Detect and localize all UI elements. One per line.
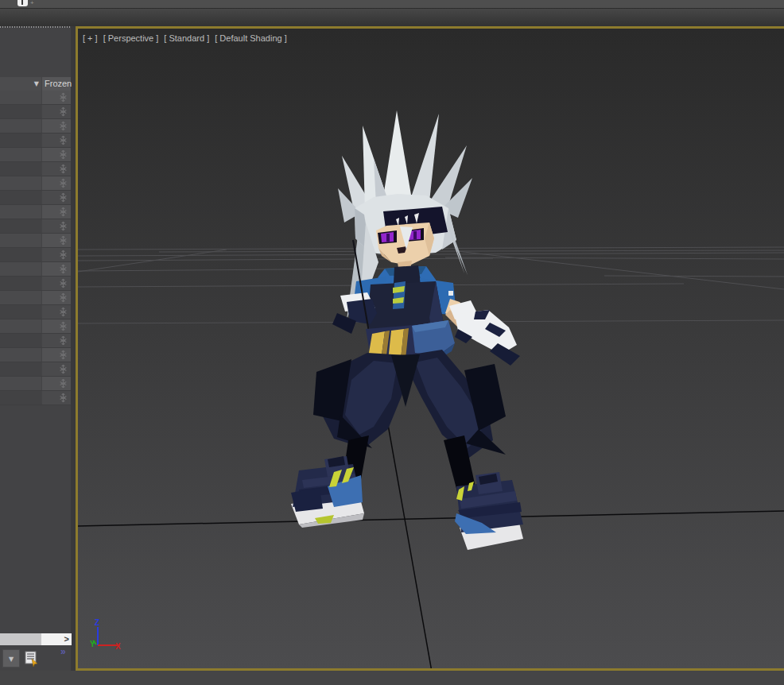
row-name-cell[interactable] — [0, 134, 41, 147]
horizontal-scrollbar[interactable]: > — [0, 633, 72, 645]
explorer-row[interactable] — [0, 262, 71, 277]
row-frozen-cell[interactable] — [42, 305, 71, 319]
row-frozen-cell[interactable] — [42, 105, 71, 118]
row-frozen-cell[interactable] — [42, 319, 71, 333]
row-frozen-cell[interactable] — [42, 277, 71, 290]
snowflake-icon — [58, 321, 68, 331]
axis-x-label: X — [115, 642, 121, 651]
row-name-cell[interactable] — [0, 119, 41, 133]
explorer-row[interactable] — [0, 277, 71, 291]
row-frozen-cell[interactable] — [42, 162, 71, 176]
right-glove — [449, 300, 520, 366]
row-frozen-cell[interactable] — [42, 176, 71, 190]
list-document-button[interactable] — [25, 651, 39, 667]
row-name-cell[interactable] — [0, 162, 41, 176]
perspective-viewport[interactable]: Z X Y [ + ] [ Perspective ] [ Standard ]… — [78, 29, 784, 668]
explorer-row[interactable] — [0, 205, 71, 219]
snowflake-icon — [58, 393, 68, 403]
row-name-cell[interactable] — [0, 248, 41, 261]
explorer-row[interactable] — [0, 391, 71, 405]
row-frozen-cell[interactable] — [42, 119, 71, 133]
scrollbar-thumb[interactable] — [0, 633, 41, 645]
row-frozen-cell[interactable] — [42, 377, 71, 390]
explorer-row[interactable] — [0, 148, 71, 162]
explorer-row[interactable] — [0, 377, 71, 391]
row-frozen-cell[interactable] — [42, 134, 71, 147]
explorer-row-list — [0, 91, 71, 405]
snowflake-icon — [58, 350, 68, 360]
row-name-cell[interactable] — [0, 176, 41, 190]
explorer-row[interactable] — [0, 176, 71, 191]
character-model[interactable] — [291, 110, 523, 550]
explorer-row[interactable] — [0, 219, 71, 234]
scene-explorer-panel: ▼ Frozen — [0, 26, 76, 671]
row-name-cell[interactable] — [0, 362, 41, 376]
viewport-scene: Z X Y — [78, 29, 784, 668]
panel-grip-dots[interactable] — [0, 26, 71, 28]
row-name-cell[interactable] — [0, 191, 41, 204]
explorer-row[interactable] — [0, 162, 71, 176]
row-name-cell[interactable] — [0, 91, 41, 104]
row-frozen-cell[interactable] — [42, 334, 71, 347]
row-name-cell[interactable] — [0, 377, 41, 390]
row-frozen-cell[interactable] — [42, 219, 71, 233]
row-frozen-cell[interactable] — [42, 205, 71, 219]
explorer-row[interactable] — [0, 119, 71, 134]
row-frozen-cell[interactable] — [42, 234, 71, 247]
snowflake-icon — [58, 178, 68, 188]
row-frozen-cell[interactable] — [42, 191, 71, 204]
snowflake-icon — [58, 221, 68, 231]
row-name-cell[interactable] — [0, 262, 41, 276]
explorer-row[interactable] — [0, 291, 71, 305]
explorer-row[interactable] — [0, 348, 71, 362]
explorer-row[interactable] — [0, 91, 71, 105]
row-name-cell[interactable] — [0, 219, 41, 233]
toolbar-button-icon[interactable] — [17, 0, 28, 6]
column-header-name[interactable]: ▼ — [0, 77, 41, 91]
explorer-row[interactable] — [0, 305, 71, 319]
row-name-cell[interactable] — [0, 205, 41, 219]
explorer-row[interactable] — [0, 234, 71, 248]
row-frozen-cell[interactable] — [42, 91, 71, 104]
row-name-cell[interactable] — [0, 319, 41, 333]
row-frozen-cell[interactable] — [42, 148, 71, 161]
row-frozen-cell[interactable] — [42, 248, 71, 261]
row-name-cell[interactable] — [0, 305, 41, 319]
row-frozen-cell[interactable] — [42, 362, 71, 376]
row-frozen-cell[interactable] — [42, 348, 71, 362]
viewport-render-preset-menu[interactable]: [ Standard ] — [164, 33, 209, 43]
status-strip — [0, 671, 784, 685]
column-header-frozen[interactable]: Frozen — [42, 77, 71, 91]
viewport-general-menu[interactable]: [ + ] — [83, 33, 98, 43]
row-name-cell[interactable] — [0, 105, 41, 118]
snowflake-icon — [58, 135, 68, 145]
explorer-row[interactable] — [0, 362, 71, 377]
plus-icon: + — [30, 0, 35, 6]
display-dropdown-button[interactable]: ▼ — [2, 649, 20, 668]
snowflake-icon — [58, 235, 68, 246]
sort-arrow-icon[interactable]: ▼ — [34, 80, 39, 87]
viewport-shading-menu[interactable]: [ Default Shading ] — [215, 33, 287, 43]
explorer-row[interactable] — [0, 248, 71, 262]
snowflake-icon — [58, 207, 68, 217]
explorer-row[interactable] — [0, 334, 71, 348]
row-name-cell[interactable] — [0, 334, 41, 347]
row-name-cell[interactable] — [0, 277, 41, 290]
row-name-cell[interactable] — [0, 291, 41, 304]
row-name-cell[interactable] — [0, 391, 41, 404]
toolbar-strip — [0, 8, 784, 27]
row-frozen-cell[interactable] — [42, 291, 71, 304]
row-frozen-cell[interactable] — [42, 262, 71, 276]
explorer-row[interactable] — [0, 134, 71, 148]
explorer-row[interactable] — [0, 319, 71, 334]
explorer-row[interactable] — [0, 105, 71, 119]
left-shoe — [291, 456, 364, 528]
overflow-chevrons-icon[interactable]: » — [60, 646, 64, 657]
scroll-right-arrow-icon[interactable]: > — [64, 633, 69, 645]
row-frozen-cell[interactable] — [42, 391, 71, 404]
viewport-pov-menu[interactable]: [ Perspective ] — [103, 33, 159, 43]
row-name-cell[interactable] — [0, 148, 41, 161]
row-name-cell[interactable] — [0, 234, 41, 247]
explorer-row[interactable] — [0, 191, 71, 205]
row-name-cell[interactable] — [0, 348, 41, 362]
